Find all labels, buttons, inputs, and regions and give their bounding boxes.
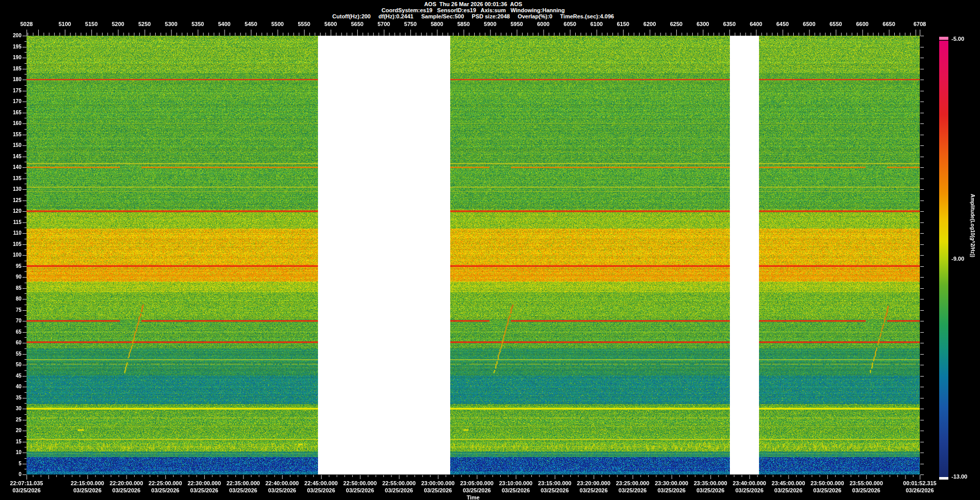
colorbar-gradient: [939, 41, 948, 477]
freq-axis-label: 200: [0, 33, 21, 38]
freq-axis-label: 180: [0, 77, 21, 82]
freq-axis-label: 60: [0, 340, 21, 345]
header-settings-line: CoordSystem:es19 SensorID:es19 Axis:sum …: [27, 7, 920, 13]
freq-axis-label: 35: [0, 395, 21, 401]
freq-axis-label: 130: [0, 186, 21, 192]
freq-axis-label: 175: [0, 88, 21, 93]
freq-axis-label: 40: [0, 384, 21, 389]
freq-axis-label: 150: [0, 142, 21, 148]
colorbar: [939, 37, 948, 480]
colorbar-mid-label: -9.00: [951, 256, 964, 262]
freq-axis-label: 50: [0, 362, 21, 367]
freq-axis-label: 170: [0, 98, 21, 104]
freq-axis-label: 145: [0, 154, 21, 159]
colorbar-min-label: -13.00: [951, 473, 967, 480]
freq-axis-label: 30: [0, 406, 21, 411]
freq-axis-label: 0: [0, 471, 21, 477]
top-axis-label: 5028: [10, 21, 43, 27]
title-bar: AOS Thu 26 Mar 2026 00:01:36 AOS: [27, 1, 920, 7]
freq-axis-label: 15: [0, 439, 21, 444]
freq-axis-label: 80: [0, 296, 21, 302]
freq-axis-label: 110: [0, 230, 21, 236]
date-axis-label: 03/26/2026: [895, 487, 944, 493]
colorbar-axis-title: Amplitude(Log10(g^2/Hz)): [970, 194, 975, 257]
freq-axis-label: 90: [0, 274, 21, 280]
header-params-line: Cutoff(Hz):200 df(Hz):0.2441 Sample/Sec:…: [27, 13, 920, 19]
freq-axis-label: 120: [0, 208, 21, 214]
freq-axis-label: 125: [0, 197, 21, 203]
top-axis-label: 6708: [903, 21, 936, 27]
freq-axis-label: 160: [0, 120, 21, 126]
time-axis-label: 00:01:52.315: [895, 480, 944, 486]
spectrogram-canvas[interactable]: [27, 36, 920, 474]
freq-axis-label: 190: [0, 55, 21, 60]
freq-axis-label: 70: [0, 318, 21, 323]
top-axis-label: 6650: [873, 21, 905, 27]
freq-axis-label: 135: [0, 176, 21, 181]
freq-axis-label: 95: [0, 263, 21, 269]
freq-axis-label: 85: [0, 285, 21, 291]
freq-axis-label: 165: [0, 110, 21, 115]
time-axis-label: 22:07:11.035: [2, 480, 51, 486]
time-axis-title: Time: [27, 494, 920, 500]
freq-axis-label: 100: [0, 252, 21, 258]
freq-axis-label: 45: [0, 373, 21, 379]
freq-axis-label: 5: [0, 461, 21, 466]
time-axis-label: 23:55:00.000: [842, 480, 891, 486]
freq-axis-label: 65: [0, 329, 21, 335]
freq-axis-label: 115: [0, 219, 21, 225]
freq-axis-label: 105: [0, 241, 21, 247]
freq-axis-label: 10: [0, 449, 21, 455]
colorbar-max-label: -5.00: [951, 36, 964, 42]
freq-axis-label: 25: [0, 417, 21, 422]
freq-axis-label: 195: [0, 44, 21, 49]
freq-axis-label: 185: [0, 66, 21, 71]
spectrogram-figure: AOS Thu 26 Mar 2026 00:01:36 AOS CoordSy…: [0, 0, 980, 500]
colorbar-under-range-cap: [939, 477, 948, 480]
freq-axis-label: 20: [0, 428, 21, 433]
freq-axis-label: 140: [0, 164, 21, 170]
freq-axis-label: 75: [0, 307, 21, 313]
date-axis-label: 03/25/2026: [2, 487, 51, 493]
freq-axis-label: 155: [0, 132, 21, 137]
freq-axis-label: 55: [0, 351, 21, 357]
date-axis-label: 03/25/2026: [842, 487, 891, 493]
